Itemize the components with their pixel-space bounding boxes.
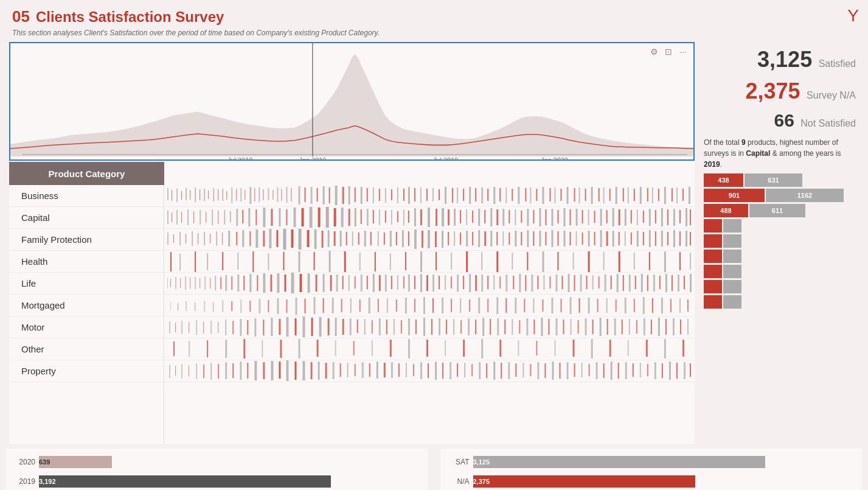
svg-rect-308 xyxy=(185,276,186,290)
svg-rect-21 xyxy=(231,187,232,203)
svg-rect-457 xyxy=(225,320,226,335)
svg-rect-110 xyxy=(224,210,225,225)
sat-bar-fill: 3,125 xyxy=(473,456,765,468)
svg-rect-566 xyxy=(294,362,296,380)
svg-rect-100 xyxy=(167,211,168,224)
list-item[interactable]: Motor xyxy=(9,317,164,338)
svg-rect-425 xyxy=(478,298,480,313)
mini-bar-health xyxy=(704,219,856,233)
svg-rect-559 xyxy=(240,362,241,380)
mini-bar-other xyxy=(704,280,856,293)
svg-rect-171 xyxy=(619,209,620,225)
svg-rect-9 xyxy=(176,189,178,202)
svg-rect-406 xyxy=(305,299,306,313)
bar-segment-red xyxy=(704,219,722,233)
svg-rect-472 xyxy=(342,319,344,335)
svg-rect-328 xyxy=(308,273,310,293)
category-header: Product Category xyxy=(9,162,164,185)
filter-icon[interactable]: ⚙ xyxy=(648,46,659,57)
svg-rect-594 xyxy=(501,363,502,379)
svg-rect-385 xyxy=(659,276,661,289)
svg-rect-434 xyxy=(560,299,561,312)
svg-rect-263 xyxy=(667,232,668,245)
svg-rect-54 xyxy=(414,188,415,201)
svg-rect-73 xyxy=(530,187,531,203)
list-item[interactable]: Other xyxy=(9,338,164,360)
svg-rect-278 xyxy=(314,252,315,270)
svg-rect-111 xyxy=(230,211,231,222)
svg-rect-75 xyxy=(542,187,544,204)
svg-rect-372 xyxy=(580,275,582,292)
svg-rect-407 xyxy=(314,297,316,314)
svg-rect-589 xyxy=(464,363,465,377)
svg-rect-131 xyxy=(373,210,374,223)
svg-rect-133 xyxy=(385,211,386,223)
svg-rect-170 xyxy=(613,208,614,226)
svg-rect-458 xyxy=(232,321,234,334)
svg-rect-25 xyxy=(249,187,251,204)
list-item[interactable]: Family Protection xyxy=(9,229,164,251)
bar-segment-gray xyxy=(723,280,741,293)
svg-rect-599 xyxy=(537,362,539,379)
svg-rect-119 xyxy=(286,209,287,225)
header: 05 Clients Satisfaction Survey xyxy=(0,0,868,29)
page: Y 05 Clients Satisfaction Survey This se… xyxy=(0,0,868,490)
svg-rect-365 xyxy=(537,276,538,289)
svg-rect-388 xyxy=(678,275,679,292)
svg-rect-148 xyxy=(478,209,480,226)
svg-rect-410 xyxy=(341,299,342,312)
list-item[interactable]: Health xyxy=(9,251,164,273)
satisfied-label: Satisfied xyxy=(819,58,856,69)
sat-bar-na: N/A 2,375 xyxy=(448,473,855,490)
svg-rect-319 xyxy=(243,276,245,290)
svg-rect-217 xyxy=(384,233,385,245)
svg-rect-549 xyxy=(169,365,170,378)
more-options-icon[interactable]: ··· xyxy=(678,46,689,57)
svg-rect-456 xyxy=(218,322,218,333)
svg-rect-194 xyxy=(228,231,230,247)
svg-rect-151 xyxy=(496,209,498,225)
list-item[interactable]: Capital xyxy=(9,207,164,229)
svg-rect-206 xyxy=(314,229,317,249)
svg-rect-272 xyxy=(222,252,223,270)
svg-rect-548 xyxy=(682,340,684,357)
bar-segment-red xyxy=(704,295,722,309)
expand-icon[interactable]: ⊡ xyxy=(663,46,674,57)
svg-rect-209 xyxy=(334,231,336,246)
svg-rect-240 xyxy=(527,230,529,247)
chart-toolbar: ⚙ ⊡ ··· xyxy=(648,46,689,57)
list-item[interactable]: Property xyxy=(9,360,164,382)
svg-rect-562 xyxy=(263,362,265,379)
list-item[interactable]: Life xyxy=(9,273,164,295)
svg-rect-438 xyxy=(597,299,599,312)
svg-rect-38 xyxy=(317,188,318,201)
svg-rect-8 xyxy=(172,190,172,201)
svg-rect-155 xyxy=(521,211,522,223)
svg-rect-162 xyxy=(564,208,566,226)
svg-rect-180 xyxy=(673,209,675,226)
svg-rect-262 xyxy=(661,231,663,247)
svg-rect-186 xyxy=(179,232,181,245)
svg-rect-86 xyxy=(609,189,611,201)
svg-rect-164 xyxy=(576,209,578,226)
svg-rect-268 xyxy=(170,252,172,271)
timeseries-chart[interactable]: ⚙ ⊡ ··· Jul 2018 Jan xyxy=(9,42,695,161)
list-item[interactable]: Mortgaged xyxy=(9,295,164,317)
svg-rect-189 xyxy=(198,233,198,244)
svg-rect-335 xyxy=(355,276,356,289)
svg-rect-356 xyxy=(481,275,483,292)
svg-rect-41 xyxy=(335,186,338,205)
svg-rect-605 xyxy=(582,363,583,377)
svg-rect-214 xyxy=(364,231,366,247)
svg-rect-479 xyxy=(394,319,395,335)
svg-rect-541 xyxy=(554,340,555,356)
svg-rect-357 xyxy=(487,276,488,289)
svg-rect-284 xyxy=(405,252,406,270)
svg-rect-172 xyxy=(625,209,627,226)
svg-rect-307 xyxy=(180,278,181,288)
svg-rect-97 xyxy=(676,187,678,203)
svg-rect-260 xyxy=(649,230,651,247)
list-item[interactable]: Business xyxy=(9,185,164,207)
sat-bar-sat: SAT 3,125 xyxy=(448,453,855,471)
svg-rect-287 xyxy=(451,253,452,270)
